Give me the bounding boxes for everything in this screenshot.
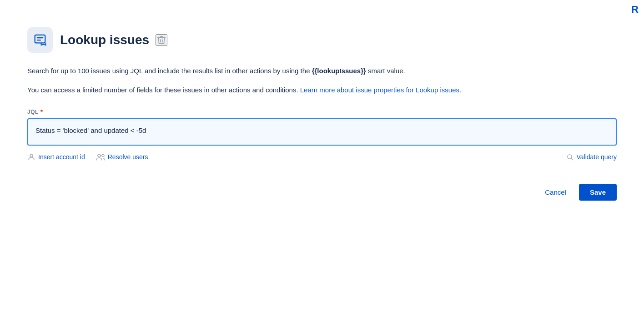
jql-field-container: JQL * Status = 'blocked' and updated < -… (27, 108, 617, 147)
validate-query-label: Validate query (577, 153, 617, 161)
magnify-icon (566, 153, 574, 161)
cancel-button[interactable]: Cancel (538, 184, 574, 201)
insert-account-id-button[interactable]: Insert account id (27, 153, 85, 161)
svg-line-7 (571, 158, 573, 160)
insert-account-id-label: Insert account id (38, 153, 85, 161)
jql-label: JQL * (27, 108, 617, 116)
lookup-issues-icon (33, 33, 47, 47)
jql-input[interactable]: Status = 'blocked' and updated < -5d (27, 118, 617, 146)
header: Lookup issues (27, 27, 617, 53)
svg-rect-0 (35, 35, 45, 43)
required-indicator: * (40, 108, 43, 116)
trash-icon (156, 35, 166, 45)
page-title: Lookup issues (60, 33, 149, 47)
desc2-prefix: You can access a limited number of field… (27, 86, 300, 94)
top-right-corner: R (626, 0, 644, 19)
person-icon (27, 153, 35, 161)
icon-box (27, 27, 53, 53)
left-actions: Insert account id Resolve users (27, 153, 148, 161)
title-area: Lookup issues (60, 33, 167, 47)
resolve-users-button[interactable]: Resolve users (96, 153, 148, 161)
users-icon (96, 153, 105, 161)
smart-value: {{lookupIssues}} (312, 67, 366, 75)
svg-point-5 (101, 154, 104, 156)
svg-point-3 (30, 154, 33, 157)
learn-more-link[interactable]: Learn more about issue properties for Lo… (300, 86, 461, 94)
svg-point-4 (98, 154, 101, 157)
description-1: Search for up to 100 issues using JQL an… (27, 66, 573, 76)
corner-letter: R (631, 4, 639, 15)
desc1-suffix: smart value. (366, 67, 405, 75)
delete-button[interactable] (156, 34, 167, 46)
account-icon (27, 153, 35, 161)
save-button[interactable]: Save (579, 184, 617, 201)
resolve-users-label: Resolve users (108, 153, 148, 161)
desc1-prefix: Search for up to 100 issues using JQL an… (27, 67, 312, 75)
description-2: You can access a limited number of field… (27, 85, 573, 96)
footer-buttons: Cancel Save (27, 184, 617, 201)
actions-row: Insert account id Resolve users Validate… (27, 153, 617, 161)
validate-query-button[interactable]: Validate query (566, 153, 617, 161)
jql-label-text: JQL (27, 109, 39, 115)
resolve-users-icon (96, 153, 105, 161)
search-icon (566, 153, 574, 161)
